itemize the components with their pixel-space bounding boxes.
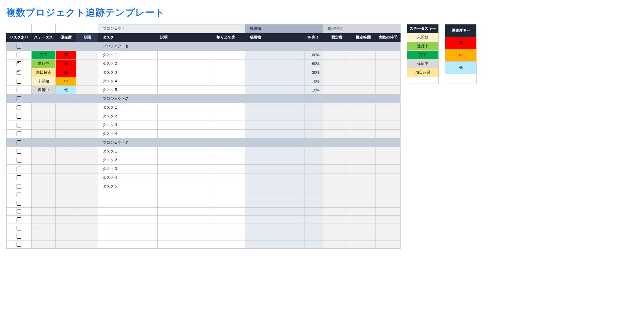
est-cell[interactable]	[351, 165, 376, 173]
pct-cell[interactable]: 100%	[305, 51, 323, 59]
desc-cell[interactable]	[158, 51, 214, 59]
fixed-cell[interactable]	[323, 165, 351, 173]
assign-cell[interactable]	[214, 232, 245, 240]
fixed-cell[interactable]	[323, 215, 351, 224]
est-cell[interactable]	[351, 182, 376, 191]
risk-checkbox[interactable]	[17, 201, 21, 206]
assign-cell[interactable]	[214, 199, 245, 207]
status-cell[interactable]	[32, 156, 56, 165]
assign-cell[interactable]	[214, 165, 245, 173]
fixed-cell[interactable]	[323, 199, 351, 207]
status-cell[interactable]	[32, 165, 56, 173]
priority-cell[interactable]	[56, 191, 76, 199]
fixed-cell[interactable]	[323, 77, 351, 86]
due-cell[interactable]	[76, 112, 98, 121]
due-cell[interactable]	[76, 51, 98, 59]
pct-cell[interactable]: 30%	[305, 68, 323, 77]
desc-cell[interactable]	[158, 68, 214, 77]
due-cell[interactable]	[76, 173, 98, 182]
risk-checkbox[interactable]	[17, 158, 21, 163]
status-cell[interactable]	[32, 215, 56, 224]
task-cell[interactable]: タスク 4	[98, 77, 158, 86]
est-cell[interactable]	[351, 59, 376, 68]
status-cell[interactable]	[32, 121, 56, 130]
status-cell[interactable]: 完了	[32, 51, 56, 59]
due-cell[interactable]	[76, 59, 98, 68]
pct-cell[interactable]	[305, 147, 323, 156]
pct-cell[interactable]	[305, 112, 323, 121]
pct-cell[interactable]	[305, 191, 323, 199]
assign-cell[interactable]	[214, 59, 245, 68]
act-cell[interactable]	[376, 112, 401, 121]
pct-cell[interactable]	[305, 232, 323, 240]
pct-cell[interactable]	[305, 165, 323, 173]
task-cell[interactable]	[98, 232, 158, 240]
status-cell[interactable]: 未開始	[32, 77, 56, 86]
due-cell[interactable]	[76, 199, 98, 207]
status-cell[interactable]	[32, 224, 56, 232]
desc-cell[interactable]	[158, 112, 214, 121]
due-cell[interactable]	[76, 191, 98, 199]
priority-cell[interactable]	[56, 224, 76, 232]
desc-cell[interactable]	[158, 199, 214, 207]
est-cell[interactable]	[351, 191, 376, 199]
est-cell[interactable]	[351, 240, 376, 248]
est-cell[interactable]	[351, 173, 376, 182]
task-cell[interactable]: タスク 2	[98, 59, 158, 68]
risk-checkbox[interactable]	[17, 234, 21, 239]
act-cell[interactable]	[376, 51, 401, 59]
pct-cell[interactable]: 10%	[305, 86, 323, 95]
priority-cell[interactable]: 中	[56, 77, 76, 86]
assign-cell[interactable]	[214, 77, 245, 86]
desc-cell[interactable]	[158, 191, 214, 199]
risk-checkbox[interactable]	[17, 44, 21, 49]
fixed-cell[interactable]	[323, 147, 351, 156]
desc-cell[interactable]	[158, 86, 214, 95]
est-cell[interactable]	[351, 199, 376, 207]
deliv-cell[interactable]	[245, 121, 305, 130]
table-row[interactable]: プロジェクト名	[7, 138, 401, 147]
status-cell[interactable]	[32, 207, 56, 215]
pct-cell[interactable]: 80%	[305, 59, 323, 68]
fixed-cell[interactable]	[323, 59, 351, 68]
desc-cell[interactable]	[158, 59, 214, 68]
deliv-cell[interactable]	[245, 51, 305, 59]
table-row[interactable]: タスク 2	[7, 156, 401, 165]
risk-checkbox[interactable]	[17, 149, 21, 154]
est-cell[interactable]	[351, 224, 376, 232]
task-cell[interactable]	[98, 215, 158, 224]
table-row[interactable]	[7, 199, 401, 207]
fixed-cell[interactable]	[323, 130, 351, 138]
deliv-cell[interactable]	[245, 232, 305, 240]
act-cell[interactable]	[376, 68, 401, 77]
priority-cell[interactable]	[56, 215, 76, 224]
act-cell[interactable]	[376, 77, 401, 86]
task-cell[interactable]: タスク 1	[98, 103, 158, 112]
due-cell[interactable]	[76, 147, 98, 156]
fixed-cell[interactable]	[323, 103, 351, 112]
risk-checkbox[interactable]	[17, 242, 21, 247]
desc-cell[interactable]	[158, 215, 214, 224]
desc-cell[interactable]	[158, 103, 214, 112]
fixed-cell[interactable]	[323, 224, 351, 232]
deliv-cell[interactable]	[245, 147, 305, 156]
desc-cell[interactable]	[158, 156, 214, 165]
risk-checkbox[interactable]	[17, 61, 21, 66]
desc-cell[interactable]	[158, 77, 214, 86]
priority-cell[interactable]	[56, 232, 76, 240]
table-row[interactable]: プロジェクト名	[7, 42, 401, 51]
act-cell[interactable]	[376, 191, 401, 199]
task-cell[interactable]	[98, 207, 158, 215]
deliv-cell[interactable]	[245, 68, 305, 77]
priority-cell[interactable]: 高	[56, 68, 76, 77]
assign-cell[interactable]	[214, 51, 245, 59]
status-cell[interactable]	[32, 173, 56, 182]
act-cell[interactable]	[376, 165, 401, 173]
status-cell[interactable]	[32, 147, 56, 156]
act-cell[interactable]	[376, 121, 401, 130]
due-cell[interactable]	[76, 121, 98, 130]
due-cell[interactable]	[76, 215, 98, 224]
fixed-cell[interactable]	[323, 112, 351, 121]
status-cell[interactable]	[32, 182, 56, 191]
risk-checkbox[interactable]	[17, 140, 21, 145]
